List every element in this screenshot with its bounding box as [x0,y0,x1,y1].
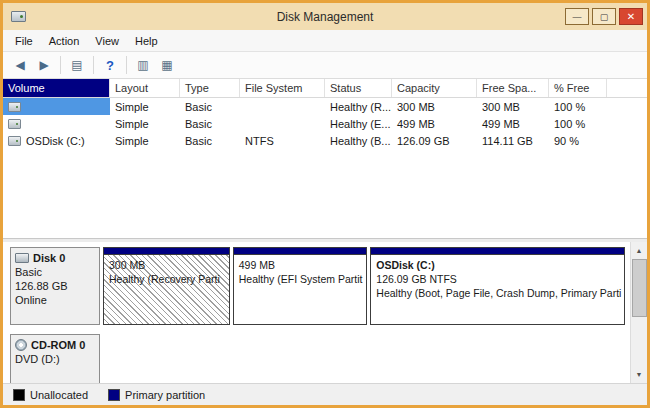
window-title: Disk Management [3,10,647,24]
disk-management-window: Disk Management — ▢ ✕ File Action View H… [0,0,650,408]
volume-icon [8,102,21,112]
column-header-capacity[interactable]: Capacity [392,79,477,97]
disk0-size: 126.88 GB [15,279,95,293]
disk0-partitions: 300 MB Healthy (Recovery Parti 499 MB He… [103,247,625,325]
column-header-status[interactable]: Status [325,79,392,97]
graphical-view-pane: Disk 0 Basic 126.88 GB Online 300 MB Hea… [3,242,647,383]
scroll-down-icon[interactable]: ▼ [631,366,648,383]
primary-partition-strip [104,248,229,255]
layout-cell: Simple [110,115,180,132]
help-icon[interactable]: ? [99,55,121,76]
primary-partition-strip [234,248,367,255]
capacity-cell: 300 MB [392,98,477,115]
disk0-kind: Basic [15,265,95,279]
type-cell: Basic [180,115,240,132]
partition-recovery[interactable]: 300 MB Healthy (Recovery Parti [103,247,230,325]
free-space-cell: 114.11 GB [477,132,549,149]
unallocated-swatch-icon [13,389,25,401]
toolbar-separator [93,56,94,74]
pct-free-cell: 100 % [549,98,607,115]
partition-efi[interactable]: 499 MB Healthy (EFI System Partit [233,247,368,325]
column-header-layout[interactable]: Layout [110,79,180,97]
column-header-volume[interactable]: Volume [3,79,110,97]
free-space-cell: 300 MB [477,98,549,115]
volume-icon [8,136,21,146]
menu-item-help[interactable]: Help [127,32,166,50]
volume-icon [8,119,21,129]
menu-item-file[interactable]: File [7,32,41,50]
layout-cell: Simple [110,132,180,149]
legend-label: Unallocated [30,389,88,401]
cdrom0-kind: DVD (D:) [15,352,95,366]
volume-cell[interactable]: OSDisk (C:) [3,132,110,149]
partition-body: OSDisk (C:) 126.09 GB NTFS Healthy (Boot… [371,255,623,324]
primary-partition-swatch-icon [108,389,120,401]
menu-item-view[interactable]: View [87,32,127,50]
toolbar-separator [126,56,127,74]
table-row[interactable]: OSDisk (C:) Simple Basic NTFS Healthy (B… [3,132,647,149]
status-cell: Healthy (R... [325,98,392,115]
table-row[interactable]: Simple Basic Healthy (R... 300 MB 300 MB… [3,98,647,115]
primary-partition-strip [371,248,623,255]
disk0-status: Online [15,293,95,307]
free-space-cell: 499 MB [477,115,549,132]
layout-cell: Simple [110,98,180,115]
disk0-title: Disk 0 [15,251,95,265]
cd-rom-icon [15,339,27,351]
partition-size: 126.09 GB NTFS [376,272,618,286]
window-controls: — ▢ ✕ [565,8,643,25]
volume-list-header: Volume Layout Type File System Status Ca… [3,79,647,98]
column-header-pct-free[interactable]: % Free [549,79,607,97]
volume-list-pane: Volume Layout Type File System Status Ca… [3,79,647,239]
cdrom0-name: CD-ROM 0 [31,338,85,352]
forward-icon[interactable]: ▶ [33,55,55,76]
partition-osdisk[interactable]: OSDisk (C:) 126.09 GB NTFS Healthy (Boot… [370,247,624,325]
type-cell: Basic [180,132,240,149]
cdrom0-title: CD-ROM 0 [15,338,95,352]
show-console-tree-icon[interactable]: ▤ [66,55,88,76]
status-cell: Healthy (B... [325,132,392,149]
status-cell: Healthy (E... [325,115,392,132]
toolbar: ◀ ▶ ▤ ? ▥ ▦ [3,52,647,79]
capacity-cell: 126.09 GB [392,132,477,149]
scroll-thumb[interactable] [632,259,647,317]
partition-size: 499 MB [239,258,362,272]
table-row[interactable]: Simple Basic Healthy (E... 499 MB 499 MB… [3,115,647,132]
disk0-row: Disk 0 Basic 126.88 GB Online 300 MB Hea… [10,247,624,325]
menu-item-action[interactable]: Action [41,32,88,50]
legend-unallocated: Unallocated [13,389,88,401]
menubar: File Action View Help [3,30,647,52]
cdrom0-row: CD-ROM 0 DVD (D:) [10,334,624,383]
pct-free-cell: 100 % [549,115,607,132]
legend-bar: Unallocated Primary partition [3,383,647,405]
scroll-track[interactable] [631,259,648,366]
app-icon [11,11,26,22]
partition-name: OSDisk (C:) [376,258,618,272]
column-header-free-space[interactable]: Free Spa... [477,79,549,97]
file-system-cell [240,98,325,115]
toolbar-separator [60,56,61,74]
disk0-header[interactable]: Disk 0 Basic 126.88 GB Online [10,247,100,325]
partition-status: Healthy (Boot, Page File, Crash Dump, Pr… [376,286,618,300]
titlebar[interactable]: Disk Management — ▢ ✕ [3,3,647,30]
close-button[interactable]: ✕ [619,8,643,25]
file-system-cell [240,115,325,132]
volume-cell[interactable] [3,98,110,115]
vertical-scrollbar[interactable]: ▲ ▼ [630,242,647,383]
volume-cell[interactable] [3,115,110,132]
capacity-cell: 499 MB [392,115,477,132]
back-icon[interactable]: ◀ [9,55,31,76]
minimize-button[interactable]: — [565,8,589,25]
disk0-name: Disk 0 [33,251,65,265]
column-header-file-system[interactable]: File System [240,79,325,97]
disk-list-view-icon[interactable]: ▥ [132,55,154,76]
cdrom0-header[interactable]: CD-ROM 0 DVD (D:) [10,334,100,383]
maximize-button[interactable]: ▢ [592,8,616,25]
partition-size: 300 MB [109,258,224,272]
scroll-up-icon[interactable]: ▲ [631,242,648,259]
column-header-type[interactable]: Type [180,79,240,97]
graphical-view-icon[interactable]: ▦ [156,55,178,76]
legend-primary-partition: Primary partition [108,389,205,401]
pct-free-cell: 90 % [549,132,607,149]
partition-status: Healthy (Recovery Parti [109,272,224,286]
